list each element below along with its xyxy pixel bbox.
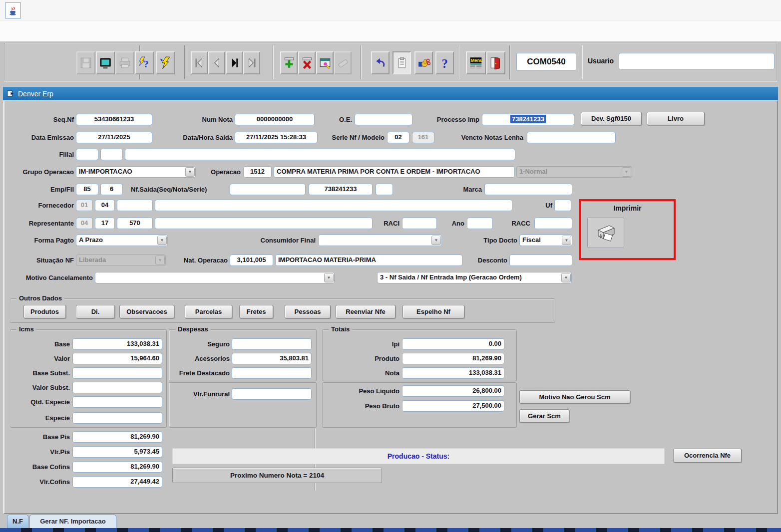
espelho-nf-button[interactable]: Espelho Nf — [402, 305, 464, 318]
filial-name-field[interactable] — [125, 149, 515, 160]
execute-query-button[interactable] — [156, 51, 175, 74]
icms-valor-field[interactable]: 15,964.60 — [72, 353, 162, 364]
help-query-button[interactable]: ? — [135, 51, 154, 74]
geracao-combo[interactable]: 3 - Nf Saida / Nf Entrada Imp (Geracao O… — [377, 272, 572, 283]
save-button[interactable] — [76, 51, 95, 74]
ipi-field[interactable]: 0.00 — [402, 338, 504, 350]
acessorios-field[interactable]: 35,803.81 — [232, 353, 312, 364]
fretes-button[interactable]: Fretes — [239, 305, 273, 318]
funrural-field[interactable] — [232, 388, 312, 400]
desconto-field[interactable] — [509, 255, 572, 266]
filial-code1-field[interactable] — [76, 149, 98, 160]
vlr-cofins-field[interactable]: 27,449.42 — [72, 476, 162, 488]
situacao-nf-combo: Liberada▼ — [76, 255, 166, 266]
reenviar-nfe-button[interactable]: Reenviar Nfe — [336, 305, 395, 318]
emp-field[interactable]: 85 — [76, 184, 98, 195]
serie-field[interactable]: 02 — [387, 132, 409, 143]
base-cofins-field[interactable]: 81,269.90 — [72, 461, 162, 473]
nota-field[interactable]: 133,038.31 — [402, 367, 504, 379]
dev-sgf0150-button[interactable]: Dev. Sgf0150 — [581, 112, 642, 125]
java-app-icon[interactable] — [5, 2, 21, 18]
produto-field[interactable]: 81,269.90 — [402, 353, 504, 364]
delete-record-button[interactable] — [298, 51, 316, 74]
observacoes-button[interactable]: Observacoes — [119, 305, 174, 318]
print-button[interactable] — [115, 51, 134, 74]
motivo-cancelamento-combo[interactable]: ▼ — [95, 272, 335, 283]
clipboard-button[interactable] — [392, 51, 411, 74]
icms-qtd-especie-field[interactable] — [72, 396, 162, 408]
nf-saida-serie-field[interactable] — [376, 184, 393, 195]
ano-field[interactable] — [467, 218, 493, 229]
di-button[interactable]: Di. — [76, 305, 115, 318]
parcelas-button[interactable]: Parcelas — [185, 305, 232, 318]
tipo-nf-combo[interactable]: 1-Normal▼ — [516, 166, 632, 178]
filial-code2-field[interactable] — [100, 149, 123, 160]
prev-record-button[interactable] — [208, 51, 225, 74]
fornecedor-c2-field[interactable]: 04 — [95, 200, 115, 211]
icms-valor-subst-field[interactable] — [72, 382, 162, 393]
gerar-scm-button[interactable]: Gerar Scm — [519, 409, 569, 423]
icms-base-subst-field[interactable] — [72, 367, 162, 379]
next-record-button[interactable] — [226, 51, 243, 74]
nat-operacao-code-field[interactable]: 3,101,005 — [230, 255, 273, 266]
processo-imp-field[interactable]: 738241233 — [482, 114, 574, 125]
uf-field[interactable] — [554, 200, 571, 211]
first-record-button[interactable] — [191, 51, 208, 74]
consumidor-final-combo[interactable]: ▼ — [318, 235, 442, 246]
imprimir-print-button[interactable] — [587, 217, 624, 248]
peso-bruto-field[interactable]: 27,500.00 — [402, 400, 504, 412]
data-hora-saida-field[interactable]: 27/11/2025 15:28:33 — [235, 132, 318, 143]
ocorrencia-nfe-button[interactable]: Ocorrencia Nfe — [673, 449, 742, 463]
commit-button[interactable] — [414, 51, 433, 74]
fil-field[interactable]: 6 — [100, 184, 123, 195]
tab-gerar-nf-importacao[interactable]: Gerar NF. Importacao — [29, 515, 116, 528]
enter-query-button[interactable] — [316, 51, 334, 74]
representante-name-field[interactable] — [155, 218, 373, 229]
help-button[interactable]: ? — [435, 51, 454, 74]
undo-button[interactable] — [371, 51, 390, 74]
uf-label: Uf — [538, 200, 552, 211]
exit-button[interactable] — [486, 51, 505, 74]
nat-operacao-desc-field[interactable]: IMPORTACAO MATERIA-PRIMA — [275, 255, 462, 266]
grupo-operacao-combo[interactable]: IM-IMPORTACAO▼ — [76, 166, 196, 178]
livro-button[interactable]: Livro — [647, 112, 705, 125]
usuario-input[interactable] — [619, 53, 775, 70]
num-nota-field[interactable]: 0000000000 — [235, 114, 315, 125]
icms-especie-field[interactable] — [72, 412, 162, 424]
insert-record-button[interactable] — [280, 51, 298, 74]
menu-button[interactable]: Menu — [466, 51, 486, 74]
module-code-field[interactable]: COM0540 — [516, 53, 576, 71]
oe-field[interactable] — [355, 114, 412, 125]
fornecedor-c3-field[interactable] — [117, 200, 153, 211]
data-emissao-field[interactable]: 27/11/2025 — [76, 132, 152, 143]
last-record-button[interactable] — [243, 51, 260, 74]
marca-field[interactable] — [484, 184, 572, 195]
operacao-code-field[interactable]: 1512 — [243, 166, 272, 178]
raci-field[interactable] — [402, 218, 437, 229]
frete-destacado-field[interactable] — [232, 367, 312, 379]
motivo-nao-gerou-scm-button[interactable]: Motivo Nao Gerou Scm — [519, 390, 630, 404]
forma-pagto-combo[interactable]: A Prazo▼ — [76, 235, 168, 246]
pessoas-button[interactable]: Pessoas — [285, 305, 331, 318]
nf-saida-nota-field[interactable]: 738241233 — [309, 184, 373, 195]
vlr-pis-field[interactable]: 5,973.45 — [72, 446, 162, 458]
seq-nf-field[interactable]: 53430661233 — [76, 114, 152, 125]
representante-c2-field[interactable]: 17 — [95, 218, 115, 229]
racc-field[interactable] — [534, 218, 572, 229]
cancel-query-button[interactable] — [334, 51, 352, 74]
peso-liquido-field[interactable]: 26,800.00 — [402, 385, 504, 397]
representante-c3-field[interactable]: 570 — [117, 218, 153, 229]
seguro-field[interactable] — [232, 338, 312, 350]
operacao-desc-field[interactable]: COMPRA MATERIA PRIMA POR CONTA E ORDEM -… — [274, 166, 515, 178]
vencto-notas-lenha-field[interactable] — [527, 132, 616, 143]
fornecedor-label: Fornecedor — [27, 200, 74, 211]
screen-button[interactable] — [96, 51, 115, 74]
icms-base-field[interactable]: 133,038.31 — [72, 338, 162, 350]
produtos-button[interactable]: Produtos — [23, 305, 66, 318]
tipo-docto-combo[interactable]: Fiscal▼ — [519, 235, 572, 246]
base-pis-field[interactable]: 81,269.90 — [72, 431, 162, 443]
nf-saida-seq-field[interactable] — [230, 184, 306, 195]
toolbar-separator — [184, 45, 185, 79]
fornecedor-name-field[interactable] — [155, 200, 512, 211]
tab-nf[interactable]: N.F — [7, 515, 28, 528]
